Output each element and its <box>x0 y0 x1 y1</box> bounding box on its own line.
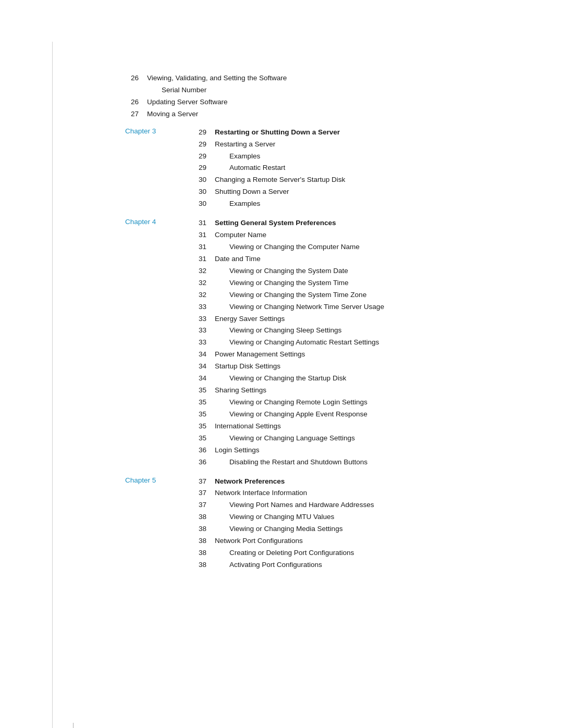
list-item: 34 Startup Disk Settings <box>193 361 384 372</box>
page-number: 37 <box>193 488 215 499</box>
entry-text: Restarting or Shutting Down a Server <box>215 127 340 138</box>
page-number: 29 <box>193 151 215 162</box>
entry-text: Shutting Down a Server <box>215 187 289 198</box>
list-item: 38 Activating Port Configurations <box>193 560 374 571</box>
page-number: 33 <box>193 314 215 325</box>
list-item: 38 Creating or Deleting Port Configurati… <box>193 548 374 559</box>
list-item: 29 Restarting or Shutting Down a Server <box>193 127 345 138</box>
entry-text: Viewing or Changing Network Time Server … <box>215 302 384 313</box>
page-number: 33 <box>193 337 215 348</box>
list-item: 32 Viewing or Changing the System Time Z… <box>193 290 384 301</box>
entry-text: Energy Saver Settings <box>215 314 285 325</box>
list-item: 38 Network Port Configurations <box>193 536 374 547</box>
page-number: 34 <box>193 361 215 372</box>
list-item: 35 Viewing or Changing Remote Login Sett… <box>193 397 384 408</box>
entry-text: Automatic Restart <box>215 163 285 174</box>
page-number: 29 <box>193 163 215 174</box>
page-number: 31 <box>193 254 215 265</box>
page-number: 34 <box>193 373 215 384</box>
footer-divider <box>73 723 74 728</box>
list-item: 31 Setting General System Preferences <box>193 218 384 229</box>
entry-text: Viewing or Changing MTU Values <box>215 512 334 523</box>
entry-text: Disabling the Restart and Shutdown Butto… <box>215 457 368 468</box>
entry-text: Restarting a Server <box>215 139 275 150</box>
page-number: 27 <box>125 109 147 120</box>
page-number: 29 <box>193 139 215 150</box>
entry-text: Login Settings <box>215 445 260 456</box>
entry-text: Updating Server Software <box>147 97 228 108</box>
chapter-4-label: Chapter 4 <box>125 218 193 226</box>
entry-text: Network Interface Information <box>215 488 307 499</box>
footer: 4 Contents <box>0 723 563 728</box>
page-number <box>125 85 147 96</box>
list-item: 31 Date and Time <box>193 254 384 265</box>
page-number: 35 <box>193 421 215 432</box>
chapter-4-row: Chapter 4 31 Setting General System Pref… <box>125 218 500 468</box>
page-number: 36 <box>193 457 215 468</box>
left-border-line <box>52 42 53 728</box>
entry-text: Viewing or Changing Sleep Settings <box>215 325 341 336</box>
chapter-5-row: Chapter 5 37 Network Preferences 37 Netw… <box>125 476 500 572</box>
entry-text: Activating Port Configurations <box>215 560 322 571</box>
list-item: 38 Viewing or Changing Media Settings <box>193 524 374 535</box>
entry-text: Date and Time <box>215 254 261 265</box>
chapter-5-label: Chapter 5 <box>125 476 193 484</box>
page-number: 38 <box>193 512 215 523</box>
entry-text: Power Management Settings <box>215 349 305 360</box>
page-number: 31 <box>193 218 215 229</box>
entry-text: Sharing Settings <box>215 385 266 396</box>
page-number: 38 <box>193 524 215 535</box>
list-item: 35 Viewing or Changing Apple Event Respo… <box>193 409 384 420</box>
list-item: 35 International Settings <box>193 421 384 432</box>
chapter-3-entries: 29 Restarting or Shutting Down a Server … <box>193 127 345 211</box>
list-item: Serial Number <box>125 85 500 96</box>
list-item: 29 Examples <box>193 151 345 162</box>
list-item: 36 Disabling the Restart and Shutdown Bu… <box>193 457 384 468</box>
page-number: 35 <box>193 385 215 396</box>
entry-text: Viewing or Changing the System Time Zone <box>215 290 366 301</box>
list-item: 32 Viewing or Changing the System Date <box>193 266 384 277</box>
entry-text: Setting General System Preferences <box>215 218 336 229</box>
list-item: 26 Viewing, Validating, and Setting the … <box>125 73 500 84</box>
list-item: 33 Energy Saver Settings <box>193 314 384 325</box>
chapter-5-entries: 37 Network Preferences 37 Network Interf… <box>193 476 374 572</box>
page-number: 26 <box>125 97 147 108</box>
entry-text: Changing a Remote Server's Startup Disk <box>215 175 345 186</box>
list-item: 27 Moving a Server <box>125 109 500 120</box>
entry-text: Moving a Server <box>147 109 198 120</box>
page-number: 32 <box>193 290 215 301</box>
list-item: 35 Sharing Settings <box>193 385 384 396</box>
list-item: 30 Examples <box>193 199 345 209</box>
list-item: 36 Login Settings <box>193 445 384 456</box>
page-number: 34 <box>193 349 215 360</box>
entry-text: Creating or Deleting Port Configurations <box>215 548 354 559</box>
list-item: 31 Viewing or Changing the Computer Name <box>193 242 384 253</box>
list-item: 35 Viewing or Changing Language Settings <box>193 433 384 444</box>
list-item: 34 Viewing or Changing the Startup Disk <box>193 373 384 384</box>
list-item: 29 Restarting a Server <box>193 139 345 150</box>
page-number: 26 <box>125 73 147 84</box>
page-number: 33 <box>193 325 215 336</box>
entry-text: Examples <box>215 199 260 209</box>
entry-text: Viewing or Changing the System Time <box>215 278 349 289</box>
page-number: 31 <box>193 230 215 241</box>
entry-text: Startup Disk Settings <box>215 361 280 372</box>
entry-text: International Settings <box>215 421 281 432</box>
list-item: 30 Shutting Down a Server <box>193 187 345 198</box>
page-number: 30 <box>193 187 215 198</box>
list-item: 37 Network Preferences <box>193 476 374 487</box>
entry-text: Examples <box>215 151 260 162</box>
entry-text: Viewing or Changing Automatic Restart Se… <box>215 337 379 348</box>
page-number: 32 <box>193 266 215 277</box>
page-number: 30 <box>193 199 215 209</box>
list-item: 37 Network Interface Information <box>193 488 374 499</box>
entry-text: Computer Name <box>215 230 266 241</box>
page-number: 35 <box>193 409 215 420</box>
entry-text: Serial Number <box>147 85 206 96</box>
page-number: 30 <box>193 175 215 186</box>
list-item: 33 Viewing or Changing Sleep Settings <box>193 325 384 336</box>
page-number: 37 <box>193 476 215 487</box>
chapter-3-label: Chapter 3 <box>125 127 193 135</box>
page-number: 37 <box>193 500 215 511</box>
entry-text: Viewing or Changing Media Settings <box>215 524 342 535</box>
